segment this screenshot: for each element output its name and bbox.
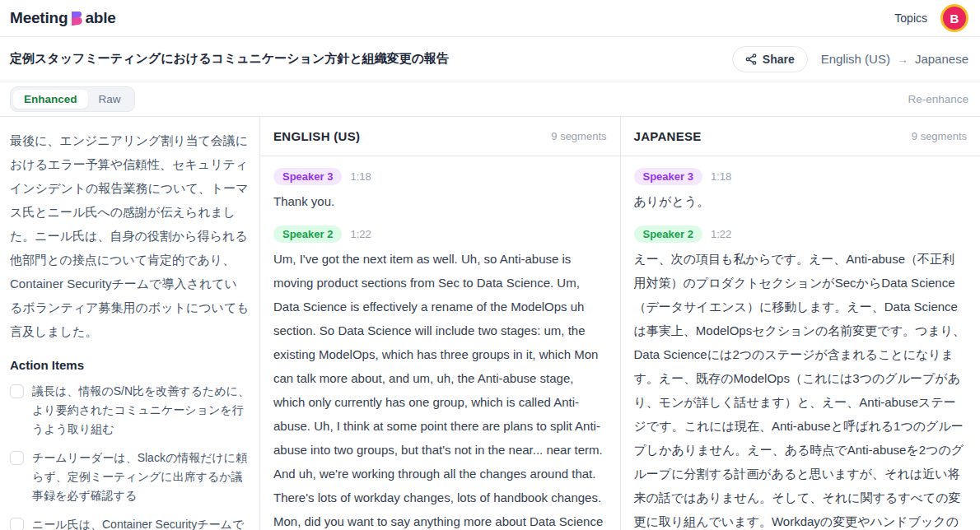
speaker-badge[interactable]: Speaker 3 <box>273 168 342 185</box>
transcript-column-header: JAPANESE 9 segments <box>621 117 980 156</box>
logo-b-icon <box>70 10 84 27</box>
avatar-initial: B <box>950 12 959 26</box>
view-controls: Enhanced Raw Re-enhance <box>0 81 980 117</box>
transcript-columns: ENGLISH (US) 9 segments Speaker 3 1:18 T… <box>260 117 980 530</box>
logo-text-right: able <box>85 9 115 27</box>
segment-meta: Speaker 3 1:18 <box>273 168 607 185</box>
segment-text[interactable]: ありがとう。 <box>634 189 968 213</box>
action-items-title: Action Items <box>10 358 250 372</box>
column-language-label: ENGLISH (US) <box>273 129 360 143</box>
content-area: 最後に、エンジニアリング割り当て会議におけるエラー予算や信頼性、セキュリティイン… <box>0 117 980 530</box>
meeting-title: 定例スタッフミーティングにおけるコミュニケーション方針と組織変更の報告 <box>10 51 449 67</box>
action-item-checkbox[interactable] <box>10 518 24 530</box>
transcript-column-header: ENGLISH (US) 9 segments <box>260 117 620 156</box>
tab-raw[interactable]: Raw <box>88 90 132 109</box>
transcript-segment: Speaker 3 1:18 ありがとう。 <box>634 168 968 213</box>
action-item: ニール氏は、Container Securityチームで導入されているボランティ… <box>10 515 250 530</box>
speaker-badge[interactable]: Speaker 2 <box>634 225 702 243</box>
segment-count-badge: 9 segments <box>912 130 967 142</box>
re-enhance-button[interactable]: Re-enhance <box>908 93 968 105</box>
segment-meta: Speaker 2 1:22 <box>273 225 607 243</box>
action-item: チームリーダーは、Slackの情報だけに頼らず、定例ミーティングに出席するか議事… <box>10 449 250 505</box>
action-item-text: ニール氏は、Container Securityチームで導入されているボランティ… <box>32 515 250 530</box>
segment-meta: Speaker 2 1:22 <box>634 225 968 243</box>
speaker-badge[interactable]: Speaker 2 <box>273 225 342 243</box>
user-avatar[interactable]: B <box>940 4 968 32</box>
segment-timestamp: 1:22 <box>711 228 731 240</box>
action-item-checkbox[interactable] <box>10 384 24 398</box>
transcript-segment: Speaker 2 1:22 えー、次の項目も私からです。えー、Anti-abu… <box>634 225 968 530</box>
topics-link[interactable]: Topics <box>894 12 927 25</box>
share-label: Share <box>763 53 795 66</box>
summary-sidebar: 最後に、エンジニアリング割り当て会議におけるエラー予算や信頼性、セキュリティイン… <box>0 117 260 530</box>
transcript-column-body[interactable]: Speaker 3 1:18 Thank you. Speaker 2 1:22… <box>260 156 620 530</box>
arrow-right-icon: → <box>897 53 908 66</box>
segment-text[interactable]: Um, I've got the next item as well. Uh, … <box>273 247 607 530</box>
action-item-text: チームリーダーは、Slackの情報だけに頼らず、定例ミーティングに出席するか議事… <box>32 449 250 505</box>
column-language-label: JAPANESE <box>634 129 702 143</box>
app-header: Meeting able Topics B <box>0 0 980 37</box>
transcript-segment: Speaker 2 1:22 Um, I've got the next ite… <box>273 225 607 530</box>
segment-text[interactable]: Thank you. <box>273 189 607 213</box>
segment-timestamp: 1:18 <box>711 170 731 183</box>
meeting-summary: 最後に、エンジニアリング割り当て会議におけるエラー予算や信頼性、セキュリティイン… <box>10 128 250 343</box>
action-items-list: 議長は、情報のS/N比を改善するために、より要約されたコミュニケーションを行うよ… <box>10 382 250 530</box>
target-language: Japanese <box>915 52 968 66</box>
share-button[interactable]: Share <box>732 46 808 72</box>
transcript-column: JAPANESE 9 segments Speaker 3 1:18 ありがとう… <box>620 117 980 530</box>
segment-timestamp: 1:22 <box>350 228 371 240</box>
segment-count-badge: 9 segments <box>551 130 606 142</box>
transcript-column-body[interactable]: Speaker 3 1:18 ありがとう。 Speaker 2 1:22 えー、… <box>621 156 980 530</box>
segment-meta: Speaker 3 1:18 <box>634 168 968 185</box>
segment-text[interactable]: えー、次の項目も私からです。えー、Anti-abuse（不正利用対策）のプロダク… <box>634 247 968 530</box>
tab-enhanced[interactable]: Enhanced <box>13 90 88 109</box>
source-language: English (US) <box>821 52 890 66</box>
logo-text-left: Meeting <box>10 9 68 27</box>
language-pair: English (US) → Japanese <box>821 52 968 66</box>
transcript-segment: Speaker 3 1:18 Thank you. <box>273 168 607 213</box>
action-item-checkbox[interactable] <box>10 451 24 465</box>
share-icon <box>745 53 757 65</box>
speaker-badge[interactable]: Speaker 3 <box>634 168 702 185</box>
title-bar: 定例スタッフミーティングにおけるコミュニケーション方針と組織変更の報告 Shar… <box>0 37 980 81</box>
segment-timestamp: 1:18 <box>350 170 371 183</box>
transcript-column: ENGLISH (US) 9 segments Speaker 3 1:18 T… <box>260 117 620 530</box>
app-logo[interactable]: Meeting able <box>10 9 116 27</box>
view-mode-switcher: Enhanced Raw <box>10 86 135 112</box>
action-item-text: 議長は、情報のS/N比を改善するために、より要約されたコミュニケーションを行うよ… <box>32 382 250 439</box>
action-item: 議長は、情報のS/N比を改善するために、より要約されたコミュニケーションを行うよ… <box>10 382 250 439</box>
